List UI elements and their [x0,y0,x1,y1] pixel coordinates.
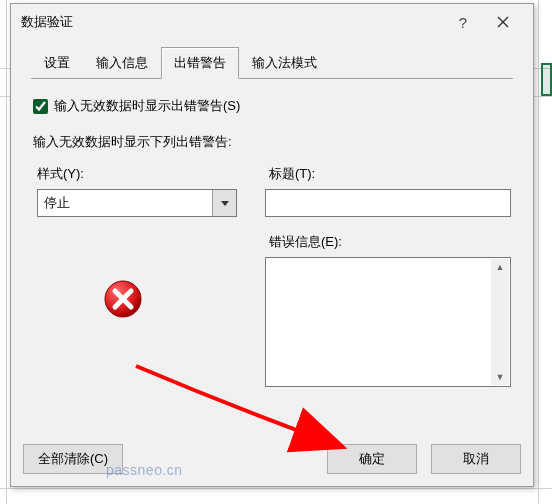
clear-all-button[interactable]: 全部清除(C) [23,444,123,474]
section-label: 输入无效数据时显示下列出错警告: [33,133,511,151]
titlebar: 数据验证 ? [11,4,533,40]
scroll-up-icon[interactable]: ▲ [496,262,505,272]
style-select-value[interactable] [37,189,237,217]
svg-marker-2 [221,201,229,206]
tab-error-alert[interactable]: 出错警告 [161,47,239,79]
show-error-label: 输入无效数据时显示出错警告(S) [54,97,240,115]
chevron-down-icon[interactable] [212,190,236,216]
tab-ime-mode[interactable]: 输入法模式 [239,47,330,79]
style-select[interactable] [37,189,237,217]
tab-pane: 输入无效数据时显示出错警告(S) 输入无效数据时显示下列出错警告: 样式(Y): [23,79,521,395]
cancel-button[interactable]: 取消 [431,444,521,474]
tab-input-message[interactable]: 输入信息 [83,47,161,79]
style-label: 样式(Y): [37,165,253,183]
message-label: 错误信息(E): [269,233,511,251]
close-button[interactable] [483,7,523,37]
cell-selection [541,63,552,96]
dialog-title: 数据验证 [21,13,443,31]
close-icon [497,16,509,28]
title-input[interactable] [265,189,511,217]
show-error-checkbox[interactable] [33,99,48,114]
data-validation-dialog: 数据验证 ? 设置 输入信息 出错警告 输入法模式 输入无效数据时显示出错警告(… [10,3,534,487]
title-label: 标题(T): [269,165,511,183]
scroll-down-icon[interactable]: ▼ [496,372,505,382]
error-icon [103,279,143,319]
tabstrip: 设置 输入信息 出错警告 输入法模式 [31,46,513,79]
show-error-checkbox-row[interactable]: 输入无效数据时显示出错警告(S) [33,97,511,115]
ok-button[interactable]: 确定 [327,444,417,474]
message-textarea[interactable]: ▲ ▼ [265,257,511,387]
dialog-footer: 全部清除(C) 确定 取消 [23,444,521,474]
tab-settings[interactable]: 设置 [31,47,83,79]
help-button[interactable]: ? [443,7,483,37]
scrollbar[interactable]: ▲ ▼ [491,259,509,385]
